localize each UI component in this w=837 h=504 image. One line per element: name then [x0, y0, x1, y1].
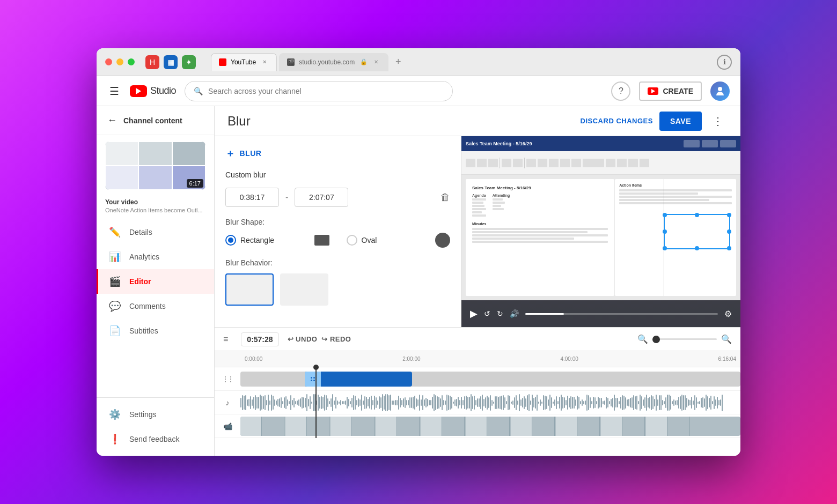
- corner-handle-tm[interactable]: [695, 213, 699, 217]
- main-content: ← Channel content 6:17 Your: [97, 106, 740, 456]
- oval-preview: [435, 233, 450, 248]
- zoom-out-icon[interactable]: 🔍: [637, 334, 648, 344]
- info-icon[interactable]: ℹ: [717, 55, 732, 70]
- discard-changes-button[interactable]: DISCARD CHANGES: [581, 117, 653, 125]
- zoom-handle[interactable]: [652, 336, 660, 343]
- delete-blur-button[interactable]: 🗑: [440, 192, 450, 203]
- play-button[interactable]: ▶: [470, 308, 478, 320]
- rewind-button[interactable]: ↺: [484, 309, 490, 318]
- blur-left-handle[interactable]: [305, 372, 321, 387]
- titlebar-right: ℹ: [717, 55, 732, 70]
- video-frame: [376, 417, 397, 436]
- zoom-slider[interactable]: [652, 338, 717, 340]
- tab-youtube[interactable]: YouTube ✕: [211, 53, 277, 71]
- start-time-input[interactable]: [225, 188, 279, 207]
- video-track: 📹: [215, 414, 740, 438]
- behavior-option-2[interactable]: [280, 273, 328, 306]
- ruler-mark-0: 0:00:00: [245, 356, 262, 362]
- undo-button[interactable]: ↩ UNDO: [288, 335, 318, 343]
- progress-bar[interactable]: [525, 313, 718, 315]
- logo-area: Studio: [130, 85, 176, 97]
- audio-track-icon-col: ♪: [215, 398, 240, 407]
- corner-handle-br[interactable]: [727, 246, 731, 250]
- tab-close-youtube[interactable]: ✕: [260, 58, 269, 66]
- help-button[interactable]: ?: [611, 81, 630, 101]
- video-frame: [285, 417, 307, 436]
- blur-selection-box[interactable]: [664, 214, 730, 249]
- search-icon: 🔍: [194, 87, 203, 95]
- timeline-ruler: 0:00:00 2:00:00 4:00:00 6:16:04: [215, 351, 740, 367]
- oval-option[interactable]: Oval: [347, 235, 427, 246]
- feedback-icon: ❗: [109, 433, 121, 445]
- user-avatar[interactable]: [710, 81, 730, 101]
- menu-icon[interactable]: ☰: [107, 83, 121, 100]
- page-title: Blur: [227, 114, 581, 129]
- sidebar-item-editor[interactable]: 🎬 Editor: [97, 269, 214, 294]
- search-bar[interactable]: 🔍: [185, 81, 453, 101]
- add-icon: ＋: [225, 147, 236, 160]
- settings-label: Settings: [129, 410, 157, 419]
- undo-label: UNDO: [296, 335, 317, 343]
- browser-window: H ▦ ✦ YouTube ✕ 🎬 studio.youtube.com 🔒 ✕…: [97, 48, 740, 456]
- redo-label: REDO: [330, 335, 351, 343]
- sidebar-item-settings[interactable]: ⚙️ Settings: [97, 402, 214, 427]
- traffic-lights: [105, 58, 135, 65]
- timeline-zoom-controls: 🔍 🔍: [637, 334, 732, 344]
- sidebar-item-comments[interactable]: 💬 Comments: [97, 294, 214, 318]
- corner-handle-tr[interactable]: [727, 213, 731, 217]
- playhead-handle[interactable]: [313, 365, 319, 370]
- settings-button[interactable]: ⚙: [724, 309, 732, 319]
- corner-handle-bm[interactable]: [695, 246, 699, 250]
- sidebar-item-details[interactable]: ✏️ Details: [97, 220, 214, 244]
- blur-shape-label: Blur Shape:: [225, 218, 450, 226]
- appbar-right: ? CREATE: [611, 81, 730, 101]
- undo-redo-controls: ↩ UNDO ↪ REDO: [288, 335, 351, 343]
- close-button[interactable]: [105, 58, 112, 65]
- create-button[interactable]: CREATE: [639, 81, 702, 101]
- subtitles-label: Subtitles: [129, 327, 158, 335]
- tab-studio[interactable]: 🎬 studio.youtube.com 🔒 ✕: [279, 53, 388, 71]
- more-options-button[interactable]: ⋮: [708, 113, 728, 130]
- sidebar-item-feedback[interactable]: ❗ Send feedback: [97, 427, 214, 451]
- end-time-input[interactable]: [295, 188, 348, 207]
- blur-range-bar[interactable]: [305, 372, 412, 387]
- appbar: ☰ Studio 🔍 ? CREATE: [97, 76, 740, 106]
- zoom-in-icon[interactable]: 🔍: [721, 334, 732, 344]
- video-track-icon-col: 📹: [215, 422, 240, 431]
- tab-youtube-label: YouTube: [231, 58, 256, 66]
- save-button[interactable]: SAVE: [659, 112, 702, 131]
- oval-radio[interactable]: [347, 235, 357, 246]
- editor-header: Blur DISCARD CHANGES SAVE ⋮: [215, 106, 740, 136]
- new-tab-button[interactable]: +: [391, 55, 406, 70]
- search-input[interactable]: [208, 87, 444, 95]
- sidebar-item-analytics[interactable]: 📊 Analytics: [97, 244, 214, 269]
- behavior-option-1[interactable]: [225, 273, 274, 306]
- forward-button[interactable]: ↻: [497, 309, 503, 318]
- minimize-button[interactable]: [116, 58, 123, 65]
- timeline-menu-icon[interactable]: ≡: [223, 335, 228, 344]
- channel-content-label: Channel content: [123, 116, 182, 125]
- audio-track-icon: ♪: [226, 398, 230, 407]
- maximize-button[interactable]: [128, 58, 135, 65]
- audio-track: ♪: [215, 391, 740, 414]
- thumbnail-image: 6:17: [105, 142, 205, 190]
- back-arrow-icon: ←: [107, 115, 117, 126]
- timeline-section: ≡ 0:57:28 ↩ UNDO ↪ REDO 🔍: [215, 327, 740, 456]
- add-blur-button[interactable]: ＋ BLUR: [225, 147, 450, 160]
- tab-close-studio[interactable]: ✕: [372, 58, 380, 66]
- back-button[interactable]: ← Channel content: [97, 106, 214, 135]
- titlebar: H ▦ ✦ YouTube ✕ 🎬 studio.youtube.com 🔒 ✕…: [97, 48, 740, 76]
- blur-panel: ＋ BLUR Custom blur - 🗑 Blur Shape:: [215, 136, 461, 327]
- corner-handle-mr[interactable]: [727, 229, 731, 234]
- time-separator: -: [285, 192, 288, 202]
- rectangle-option[interactable]: Rectangle: [225, 235, 306, 246]
- sidebar-item-subtitles[interactable]: 📄 Subtitles: [97, 318, 214, 343]
- redo-button[interactable]: ↪ REDO: [321, 335, 351, 343]
- add-blur-label: BLUR: [240, 149, 262, 158]
- rectangle-radio[interactable]: [225, 235, 236, 246]
- video-title: Your video: [105, 198, 205, 206]
- volume-button[interactable]: 🔊: [510, 309, 519, 318]
- custom-blur-label: Custom blur: [225, 171, 450, 179]
- rectangle-preview: [314, 235, 329, 246]
- create-label: CREATE: [663, 87, 693, 95]
